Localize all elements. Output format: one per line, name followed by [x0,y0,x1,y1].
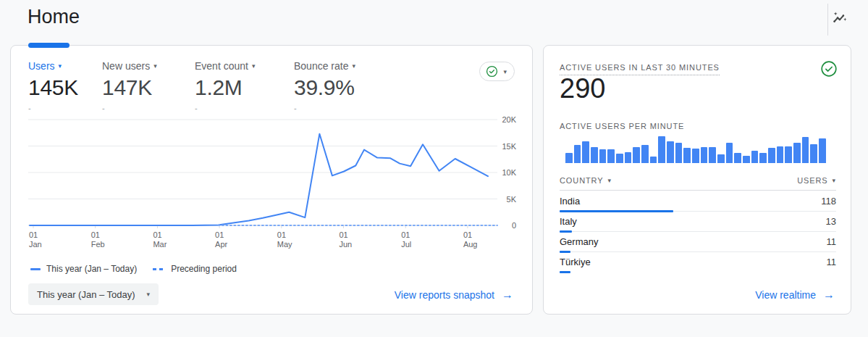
minute-bar [726,143,733,163]
minute-bar [582,141,589,163]
minute-bar [574,145,581,163]
metric-selector[interactable]: Event count▾ [195,60,255,72]
y-axis-label: 10K [502,168,516,177]
chevron-down-icon: ▾ [833,177,836,184]
metric-selector[interactable]: Bounce rate▾ [294,60,355,72]
minute-bar [777,146,784,163]
metric-change: - [294,104,355,112]
minute-bar [658,136,665,163]
per-minute-label: ACTIVE USERS PER MINUTE [560,122,684,130]
chevron-down-icon: ▾ [59,63,62,70]
y-axis-label: 20K [502,115,516,124]
view-reports-snapshot-link[interactable]: View reports snapshot → [395,289,513,301]
table-row: Italy13 [560,212,836,232]
minute-bar [743,156,750,163]
metric-change: - [195,104,255,112]
minute-bar [802,137,809,163]
chevron-down-icon: ▾ [147,291,151,298]
minute-bar [625,152,632,163]
metric-users: Users▾145K- [28,60,78,112]
metric-change: - [28,104,78,112]
minute-bar [667,141,674,163]
view-realtime-label: View realtime [755,289,816,301]
minute-bar [565,153,573,163]
country-name: Germany [560,236,598,247]
y-axis-label: 15K [502,142,516,151]
minute-bar [701,147,708,163]
minute-bar [641,145,649,163]
active-users-per-minute-chart [565,136,826,163]
metric-selector[interactable]: Users▾ [28,60,78,72]
check-circle-icon [820,60,838,78]
minute-bar [785,146,792,163]
minute-bar [709,147,716,163]
minute-bar [675,143,683,163]
right-arrow-icon: → [823,289,835,301]
minute-bar [810,144,817,163]
country-users-bar [560,271,570,273]
x-axis-label: 01Apr [215,230,227,249]
table-row: Türkiye11 [560,252,836,272]
country-name: Italy [560,216,577,227]
x-axis-label: 01Jun [340,230,353,249]
date-range-label: This year (Jan – Today) [37,289,135,300]
users-count: 118 [821,196,836,207]
metric-value: 39.9% [294,75,355,100]
country-name: India [560,196,580,207]
legend-item: Preceding period [153,264,237,274]
chevron-down-icon: ▾ [252,63,256,70]
metric-event-count: Event count▾1.2M- [195,60,255,112]
metric-label: New users [102,60,150,72]
dashed-line-swatch [153,268,165,270]
table-row: Germany11 [560,232,836,252]
x-axis-label: 01Feb [91,230,105,249]
insights-icon[interactable] [830,8,850,28]
x-axis-label: 01May [277,230,292,249]
minute-bar [751,151,759,163]
y-axis-label: 0 [512,221,516,230]
minute-bar [591,147,598,163]
chart-legend: This year (Jan – Today)Preceding period [30,264,237,274]
minute-bar [599,149,607,163]
users-count: 13 [826,216,836,227]
country-table: India118Italy13Germany11Türkiye11 [560,191,836,272]
metric-label: Bounce rate [294,60,349,72]
chevron-down-icon: ▾ [608,177,612,184]
x-axis-label: 01Jul [401,230,411,249]
reports-snapshot-card: Users▾145K-New users▾147K-Event count▾1.… [10,45,533,315]
metric-label: Users [28,60,55,72]
insights-sparkline-icon [831,9,848,27]
minute-bar [759,153,767,163]
minute-bar [633,147,640,163]
minute-bar [683,148,691,163]
setup-status-button[interactable]: ▾ [479,62,515,81]
minute-bar [793,143,801,163]
metric-new-users: New users▾147K- [102,60,157,112]
users-column-label: USERS [797,176,827,185]
legend-label: This year (Jan – Today) [46,264,137,274]
users-count: 11 [827,236,837,247]
table-row: India118 [560,191,836,212]
metric-selector[interactable]: New users▾ [102,60,157,72]
users-line-chart: 20K15K10K5K001Jan01Feb01Mar01Apr01May01J… [28,115,518,259]
solid-line-swatch [30,268,41,270]
minute-bar [717,154,725,163]
y-axis-label: 5K [507,195,517,204]
country-table-header: COUNTRY ▾ USERS ▾ [560,176,836,191]
minute-bar [768,148,775,163]
legend-item: This year (Jan – Today) [30,264,137,274]
minute-bar [819,138,826,163]
this-year-line [30,134,488,225]
metric-value: 1.2M [195,75,255,100]
metric-label: Event count [195,60,248,72]
country-column-header[interactable]: COUNTRY ▾ [560,176,612,185]
view-reports-snapshot-label: View reports snapshot [395,289,494,301]
date-range-selector[interactable]: This year (Jan – Today) ▾ [28,283,159,305]
page-title: Home [28,6,80,28]
header-divider [827,4,828,36]
view-realtime-link[interactable]: View realtime → [755,289,835,301]
users-column-header[interactable]: USERS ▾ [797,176,836,185]
metric-change: - [102,104,157,112]
minute-bar [607,149,615,163]
legend-label: Preceding period [171,264,237,274]
